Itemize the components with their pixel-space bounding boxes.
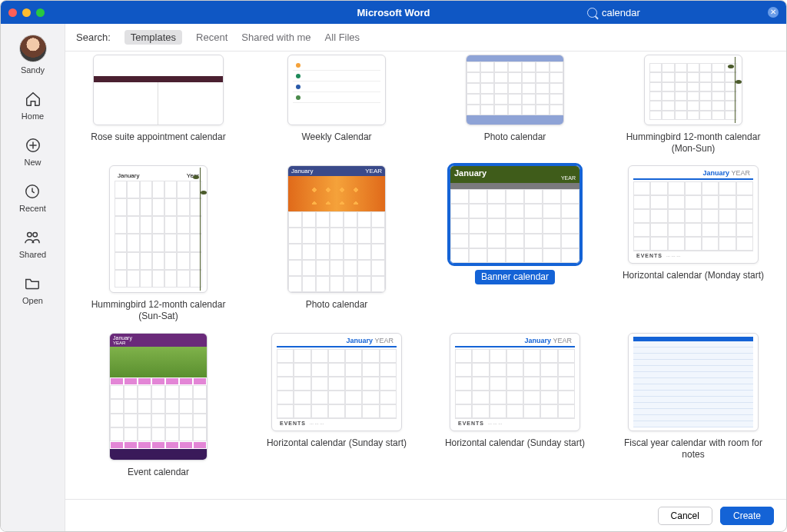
template-card[interactable]: January YEAREVENTS ··· ··· ···Horizontal… <box>436 333 594 478</box>
search-field[interactable]: ✕ <box>587 7 779 18</box>
template-thumbnail: JanuaryYEAR <box>109 333 208 461</box>
template-card[interactable]: Photo calendar <box>436 55 594 155</box>
template-caption: Fiscal year calendar with room for notes <box>616 437 770 461</box>
filter-all-files[interactable]: All Files <box>325 32 360 43</box>
template-caption: Horizontal calendar (Monday start) <box>623 270 764 281</box>
sidebar-item-shared[interactable]: Shared <box>19 228 46 259</box>
close-icon[interactable] <box>8 8 17 17</box>
main-panel: Search: Templates Recent Shared with me … <box>65 24 786 531</box>
template-card[interactable]: Hummingbird 12-month calendar (Mon-Sun) <box>614 55 772 155</box>
template-card[interactable]: JanuaryYEAREvent calendar <box>79 333 237 478</box>
plus-circle-icon <box>24 136 42 155</box>
filter-templates[interactable]: Templates <box>125 30 182 45</box>
template-caption: Hummingbird 12-month calendar (Sun-Sat) <box>81 299 235 322</box>
template-caption: Weekly Calendar <box>301 131 371 143</box>
template-thumbnail: January YEAREVENTS ··· ··· ··· <box>628 165 759 264</box>
sidebar-item-open[interactable]: Open <box>22 274 43 305</box>
user-name: Sandy <box>21 65 45 75</box>
template-card[interactable]: JanuaryYEARBanner calendar <box>436 165 594 322</box>
window-controls <box>8 8 45 17</box>
clear-search-icon[interactable]: ✕ <box>768 7 779 18</box>
template-gallery[interactable]: Rose suite appointment calendarWeekly Ca… <box>65 52 786 499</box>
svg-point-3 <box>33 233 37 238</box>
minimize-icon[interactable] <box>22 8 31 17</box>
template-card[interactable]: JanuaryYEARPhoto calendar <box>257 165 416 322</box>
footer: Cancel Create <box>65 499 786 531</box>
sidebar-item-label: Shared <box>19 250 46 259</box>
template-caption: Horizontal calendar (Sunday start) <box>267 437 407 449</box>
template-thumbnail <box>287 55 386 125</box>
template-caption: Hummingbird 12-month calendar (Mon-Sun) <box>616 131 770 155</box>
zoom-icon[interactable] <box>36 8 45 17</box>
template-card[interactable]: Weekly Calendar <box>257 55 416 155</box>
template-card[interactable]: Fiscal year calendar with room for notes <box>614 333 772 478</box>
search-icon <box>587 8 597 18</box>
template-caption: Photo calendar <box>484 131 546 143</box>
create-button[interactable]: Create <box>720 507 774 525</box>
avatar <box>19 35 47 62</box>
sidebar-item-label: Home <box>22 111 44 121</box>
cancel-button[interactable]: Cancel <box>658 507 712 525</box>
template-thumbnail <box>93 55 224 125</box>
filter-bar: Search: Templates Recent Shared with me … <box>65 24 786 52</box>
filter-label: Search: <box>76 32 111 43</box>
template-card[interactable]: Rose suite appointment calendar <box>79 55 237 155</box>
template-chooser-window: Microsoft Word ✕ Sandy Home New Recent <box>0 0 787 532</box>
folder-icon <box>23 274 42 293</box>
template-caption: Horizontal calendar (Sunday start) <box>445 437 585 449</box>
template-thumbnail <box>644 55 742 125</box>
template-card[interactable]: January YEAREVENTS ··· ··· ···Horizontal… <box>257 333 416 478</box>
people-icon <box>23 228 42 247</box>
home-icon <box>24 90 42 108</box>
template-thumbnail: JanuaryYEAR <box>287 165 386 293</box>
search-input[interactable] <box>602 7 740 18</box>
sidebar-item-home[interactable]: Home <box>22 90 44 121</box>
template-thumbnail <box>628 333 759 431</box>
template-thumbnail: January YEAREVENTS ··· ··· ··· <box>450 333 580 431</box>
filter-recent[interactable]: Recent <box>196 32 227 43</box>
titlebar: Microsoft Word ✕ <box>1 1 786 24</box>
template-caption: Banner calendar <box>475 270 555 284</box>
body: Sandy Home New Recent Shared Open <box>1 24 786 531</box>
clock-icon <box>23 182 42 201</box>
template-caption: Event calendar <box>128 467 189 478</box>
sidebar-user[interactable]: Sandy <box>19 35 47 75</box>
sidebar-item-new[interactable]: New <box>24 136 42 167</box>
svg-point-2 <box>28 233 32 238</box>
sidebar-item-recent[interactable]: Recent <box>19 182 46 213</box>
sidebar-item-label: Open <box>22 296 43 305</box>
sidebar-item-label: Recent <box>19 204 46 213</box>
sidebar: Sandy Home New Recent Shared Open <box>1 24 65 531</box>
template-caption: Rose suite appointment calendar <box>91 131 225 143</box>
sidebar-item-label: New <box>24 158 41 167</box>
template-thumbnail <box>466 55 564 125</box>
template-caption: Photo calendar <box>306 299 368 311</box>
template-thumbnail: JanuaryYEAR <box>450 165 580 264</box>
template-thumbnail: JanuaryYear <box>109 165 208 293</box>
template-thumbnail: January YEAREVENTS ··· ··· ··· <box>271 333 402 431</box>
filter-shared[interactable]: Shared with me <box>241 32 310 43</box>
template-card[interactable]: JanuaryYearHummingbird 12-month calendar… <box>79 165 237 322</box>
template-card[interactable]: January YEAREVENTS ··· ··· ···Horizontal… <box>614 165 772 322</box>
